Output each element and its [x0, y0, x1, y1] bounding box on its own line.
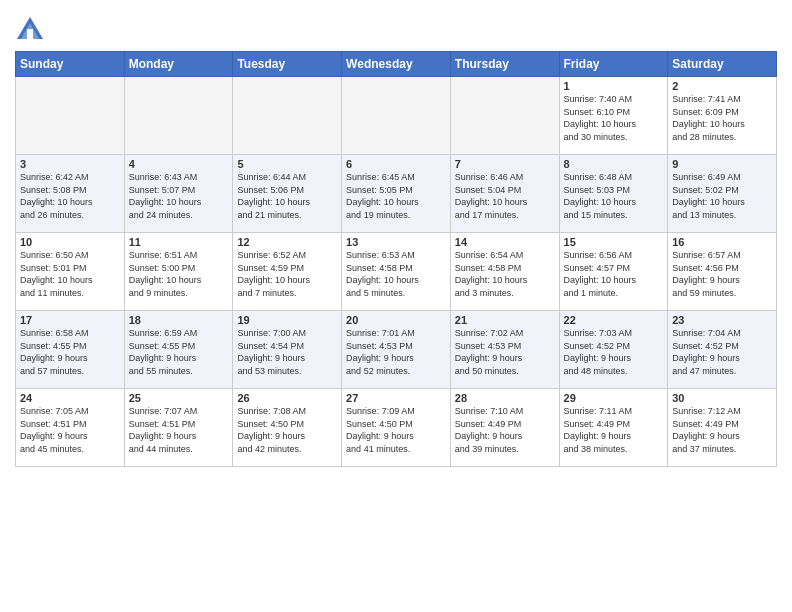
- calendar-cell: 29Sunrise: 7:11 AM Sunset: 4:49 PM Dayli…: [559, 389, 668, 467]
- day-number: 8: [564, 158, 664, 170]
- day-number: 25: [129, 392, 229, 404]
- day-info: Sunrise: 6:43 AM Sunset: 5:07 PM Dayligh…: [129, 171, 229, 221]
- day-number: 30: [672, 392, 772, 404]
- weekday-header-saturday: Saturday: [668, 52, 777, 77]
- day-number: 28: [455, 392, 555, 404]
- day-info: Sunrise: 6:51 AM Sunset: 5:00 PM Dayligh…: [129, 249, 229, 299]
- calendar-cell: 25Sunrise: 7:07 AM Sunset: 4:51 PM Dayli…: [124, 389, 233, 467]
- weekday-header-monday: Monday: [124, 52, 233, 77]
- day-info: Sunrise: 7:10 AM Sunset: 4:49 PM Dayligh…: [455, 405, 555, 455]
- day-number: 15: [564, 236, 664, 248]
- day-number: 21: [455, 314, 555, 326]
- weekday-header-wednesday: Wednesday: [342, 52, 451, 77]
- calendar-cell: 11Sunrise: 6:51 AM Sunset: 5:00 PM Dayli…: [124, 233, 233, 311]
- day-info: Sunrise: 6:50 AM Sunset: 5:01 PM Dayligh…: [20, 249, 120, 299]
- weekday-header-tuesday: Tuesday: [233, 52, 342, 77]
- calendar-cell: 22Sunrise: 7:03 AM Sunset: 4:52 PM Dayli…: [559, 311, 668, 389]
- day-info: Sunrise: 6:58 AM Sunset: 4:55 PM Dayligh…: [20, 327, 120, 377]
- day-number: 9: [672, 158, 772, 170]
- day-number: 14: [455, 236, 555, 248]
- week-row-1: 1Sunrise: 7:40 AM Sunset: 6:10 PM Daylig…: [16, 77, 777, 155]
- day-number: 11: [129, 236, 229, 248]
- calendar-cell: 15Sunrise: 6:56 AM Sunset: 4:57 PM Dayli…: [559, 233, 668, 311]
- calendar-cell: 10Sunrise: 6:50 AM Sunset: 5:01 PM Dayli…: [16, 233, 125, 311]
- calendar-cell: 5Sunrise: 6:44 AM Sunset: 5:06 PM Daylig…: [233, 155, 342, 233]
- day-number: 22: [564, 314, 664, 326]
- day-info: Sunrise: 6:44 AM Sunset: 5:06 PM Dayligh…: [237, 171, 337, 221]
- calendar-cell: 6Sunrise: 6:45 AM Sunset: 5:05 PM Daylig…: [342, 155, 451, 233]
- day-info: Sunrise: 7:03 AM Sunset: 4:52 PM Dayligh…: [564, 327, 664, 377]
- calendar-cell: 21Sunrise: 7:02 AM Sunset: 4:53 PM Dayli…: [450, 311, 559, 389]
- day-number: 2: [672, 80, 772, 92]
- day-number: 4: [129, 158, 229, 170]
- week-row-5: 24Sunrise: 7:05 AM Sunset: 4:51 PM Dayli…: [16, 389, 777, 467]
- day-info: Sunrise: 6:52 AM Sunset: 4:59 PM Dayligh…: [237, 249, 337, 299]
- day-info: Sunrise: 7:11 AM Sunset: 4:49 PM Dayligh…: [564, 405, 664, 455]
- day-number: 29: [564, 392, 664, 404]
- calendar-cell: [450, 77, 559, 155]
- calendar-cell: 28Sunrise: 7:10 AM Sunset: 4:49 PM Dayli…: [450, 389, 559, 467]
- calendar-cell: 18Sunrise: 6:59 AM Sunset: 4:55 PM Dayli…: [124, 311, 233, 389]
- calendar-cell: 14Sunrise: 6:54 AM Sunset: 4:58 PM Dayli…: [450, 233, 559, 311]
- day-number: 6: [346, 158, 446, 170]
- calendar-cell: 12Sunrise: 6:52 AM Sunset: 4:59 PM Dayli…: [233, 233, 342, 311]
- calendar-cell: 26Sunrise: 7:08 AM Sunset: 4:50 PM Dayli…: [233, 389, 342, 467]
- week-row-3: 10Sunrise: 6:50 AM Sunset: 5:01 PM Dayli…: [16, 233, 777, 311]
- weekday-header-thursday: Thursday: [450, 52, 559, 77]
- calendar-cell: 1Sunrise: 7:40 AM Sunset: 6:10 PM Daylig…: [559, 77, 668, 155]
- day-info: Sunrise: 7:07 AM Sunset: 4:51 PM Dayligh…: [129, 405, 229, 455]
- calendar-cell: 8Sunrise: 6:48 AM Sunset: 5:03 PM Daylig…: [559, 155, 668, 233]
- calendar-cell: 16Sunrise: 6:57 AM Sunset: 4:56 PM Dayli…: [668, 233, 777, 311]
- calendar-cell: 4Sunrise: 6:43 AM Sunset: 5:07 PM Daylig…: [124, 155, 233, 233]
- day-info: Sunrise: 6:46 AM Sunset: 5:04 PM Dayligh…: [455, 171, 555, 221]
- day-info: Sunrise: 7:00 AM Sunset: 4:54 PM Dayligh…: [237, 327, 337, 377]
- day-number: 10: [20, 236, 120, 248]
- svg-rect-2: [27, 29, 33, 39]
- calendar-cell: 7Sunrise: 6:46 AM Sunset: 5:04 PM Daylig…: [450, 155, 559, 233]
- calendar-cell: 3Sunrise: 6:42 AM Sunset: 5:08 PM Daylig…: [16, 155, 125, 233]
- day-info: Sunrise: 6:45 AM Sunset: 5:05 PM Dayligh…: [346, 171, 446, 221]
- day-info: Sunrise: 6:48 AM Sunset: 5:03 PM Dayligh…: [564, 171, 664, 221]
- calendar-cell: [124, 77, 233, 155]
- week-row-4: 17Sunrise: 6:58 AM Sunset: 4:55 PM Dayli…: [16, 311, 777, 389]
- day-number: 13: [346, 236, 446, 248]
- day-info: Sunrise: 6:49 AM Sunset: 5:02 PM Dayligh…: [672, 171, 772, 221]
- calendar-cell: 9Sunrise: 6:49 AM Sunset: 5:02 PM Daylig…: [668, 155, 777, 233]
- calendar-cell: 2Sunrise: 7:41 AM Sunset: 6:09 PM Daylig…: [668, 77, 777, 155]
- day-number: 1: [564, 80, 664, 92]
- day-number: 3: [20, 158, 120, 170]
- day-number: 27: [346, 392, 446, 404]
- day-info: Sunrise: 7:08 AM Sunset: 4:50 PM Dayligh…: [237, 405, 337, 455]
- calendar-cell: 30Sunrise: 7:12 AM Sunset: 4:49 PM Dayli…: [668, 389, 777, 467]
- day-info: Sunrise: 6:59 AM Sunset: 4:55 PM Dayligh…: [129, 327, 229, 377]
- header: [15, 10, 777, 43]
- day-number: 16: [672, 236, 772, 248]
- day-info: Sunrise: 7:41 AM Sunset: 6:09 PM Dayligh…: [672, 93, 772, 143]
- week-row-2: 3Sunrise: 6:42 AM Sunset: 5:08 PM Daylig…: [16, 155, 777, 233]
- page-container: SundayMondayTuesdayWednesdayThursdayFrid…: [0, 0, 792, 472]
- day-number: 26: [237, 392, 337, 404]
- calendar-cell: 20Sunrise: 7:01 AM Sunset: 4:53 PM Dayli…: [342, 311, 451, 389]
- calendar-cell: 27Sunrise: 7:09 AM Sunset: 4:50 PM Dayli…: [342, 389, 451, 467]
- day-info: Sunrise: 7:40 AM Sunset: 6:10 PM Dayligh…: [564, 93, 664, 143]
- day-info: Sunrise: 6:57 AM Sunset: 4:56 PM Dayligh…: [672, 249, 772, 299]
- day-number: 19: [237, 314, 337, 326]
- calendar-cell: 13Sunrise: 6:53 AM Sunset: 4:58 PM Dayli…: [342, 233, 451, 311]
- calendar-cell: 19Sunrise: 7:00 AM Sunset: 4:54 PM Dayli…: [233, 311, 342, 389]
- day-number: 12: [237, 236, 337, 248]
- calendar-table: SundayMondayTuesdayWednesdayThursdayFrid…: [15, 51, 777, 467]
- day-number: 23: [672, 314, 772, 326]
- calendar-cell: 17Sunrise: 6:58 AM Sunset: 4:55 PM Dayli…: [16, 311, 125, 389]
- weekday-header-friday: Friday: [559, 52, 668, 77]
- day-info: Sunrise: 6:53 AM Sunset: 4:58 PM Dayligh…: [346, 249, 446, 299]
- day-number: 20: [346, 314, 446, 326]
- day-info: Sunrise: 6:54 AM Sunset: 4:58 PM Dayligh…: [455, 249, 555, 299]
- calendar-cell: [16, 77, 125, 155]
- weekday-header-row: SundayMondayTuesdayWednesdayThursdayFrid…: [16, 52, 777, 77]
- day-info: Sunrise: 7:09 AM Sunset: 4:50 PM Dayligh…: [346, 405, 446, 455]
- day-info: Sunrise: 7:05 AM Sunset: 4:51 PM Dayligh…: [20, 405, 120, 455]
- day-info: Sunrise: 6:56 AM Sunset: 4:57 PM Dayligh…: [564, 249, 664, 299]
- logo-icon: [15, 15, 45, 43]
- logo: [15, 15, 47, 43]
- calendar-cell: 24Sunrise: 7:05 AM Sunset: 4:51 PM Dayli…: [16, 389, 125, 467]
